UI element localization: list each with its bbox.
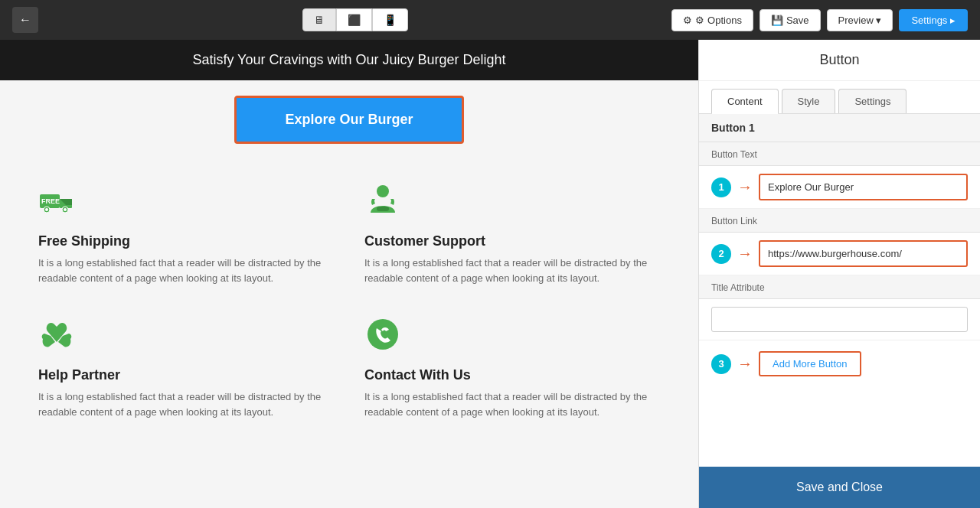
section-header-label: Button 1: [711, 122, 755, 134]
tab-settings[interactable]: Settings: [838, 89, 906, 113]
button-text-input[interactable]: [759, 174, 968, 200]
title-attr-group: [699, 299, 980, 340]
annotation-1-arrow: →: [737, 178, 753, 196]
svg-point-7: [64, 208, 67, 211]
explore-burger-button[interactable]: Explore Our Burger: [234, 96, 464, 144]
free-shipping-title: Free Shipping: [38, 233, 334, 249]
free-shipping-desc: It is a long established fact that a rea…: [38, 256, 334, 285]
help-partner-desc: It is a long established fact that a rea…: [38, 389, 334, 419]
button-link-group: 2 →: [699, 233, 980, 275]
add-more-row: 3 → Add More Button: [699, 340, 980, 387]
tab-style[interactable]: Style: [782, 89, 836, 113]
tab-content[interactable]: Content: [711, 89, 779, 114]
tab-style-label: Style: [798, 96, 820, 107]
customer-support-title: Customer Support: [364, 233, 660, 249]
settings-label: Settings ▸: [911, 15, 956, 26]
settings-button[interactable]: Settings ▸: [899, 9, 968, 31]
section-button1: Button 1: [699, 114, 980, 142]
save-close-button[interactable]: Save and Close: [699, 467, 980, 508]
preview-label: Preview ▾: [838, 15, 882, 26]
annotation-2: 2: [711, 244, 731, 264]
toolbar-right: ⚙ ⚙ Options 💾 Save Preview ▾ Settings ▸: [671, 9, 968, 31]
panel-body: Button 1 Button Text 1 → Button Link 2 →: [699, 114, 980, 467]
canvas-area: Satisfy Your Cravings with Our Juicy Bur…: [0, 40, 698, 508]
explore-section: Explore Our Burger: [0, 80, 698, 159]
tablet-device-button[interactable]: ⬛: [336, 8, 372, 31]
right-panel: Button Content Style Settings Button 1 B…: [698, 40, 980, 508]
save-icon: 💾: [771, 15, 783, 26]
add-more-label: Add More Button: [773, 358, 848, 370]
contact-title: Contact With Us: [364, 367, 660, 383]
options-button[interactable]: ⚙ ⚙ Options: [671, 9, 753, 31]
toolbar: ← 🖥 ⬛ 📱 ⚙ ⚙ Options 💾 Save Preview ▾ Set…: [0, 0, 980, 40]
contact-icon: [364, 316, 660, 360]
gear-icon: ⚙: [683, 15, 692, 26]
save-label: Save: [786, 15, 809, 26]
banner-text: Satisfy Your Cravings with Our Juicy Bur…: [192, 52, 505, 67]
svg-point-6: [45, 208, 48, 211]
banner: Satisfy Your Cravings with Our Juicy Bur…: [0, 40, 698, 80]
button-text-label: Button Text: [711, 149, 757, 160]
panel-tabs: Content Style Settings: [699, 81, 980, 114]
annotation-2-arrow: →: [737, 245, 753, 262]
explore-btn-label: Explore Our Burger: [285, 112, 413, 127]
contact-desc: It is a long established fact that a rea…: [364, 389, 660, 419]
svg-point-8: [377, 185, 389, 197]
panel-title: Button: [699, 40, 980, 81]
annotation-3: 3: [711, 354, 731, 374]
main-content: Satisfy Your Cravings with Our Juicy Bur…: [0, 40, 980, 508]
annotation-1: 1: [711, 177, 731, 197]
button-text-group: 1 →: [699, 166, 980, 209]
customer-support-desc: It is a long established fact that a rea…: [364, 256, 660, 285]
feature-contact: Contact With Us It is a long established…: [349, 301, 675, 435]
button-link-label: Button Link: [711, 216, 757, 226]
title-attr-input[interactable]: [711, 307, 968, 332]
tab-content-label: Content: [727, 96, 763, 107]
options-label: ⚙ Options: [695, 15, 741, 26]
features-grid: FREE Free Shipping It is a long establis…: [0, 159, 698, 442]
desktop-device-button[interactable]: 🖥: [302, 8, 336, 31]
feature-free-shipping: FREE Free Shipping It is a long establis…: [23, 167, 349, 301]
svg-rect-9: [377, 207, 389, 211]
svg-text:FREE: FREE: [41, 197, 60, 205]
mobile-device-button[interactable]: 📱: [372, 8, 408, 31]
back-icon: ←: [19, 13, 31, 27]
annotation-3-arrow: →: [737, 355, 753, 373]
device-switcher: 🖥 ⬛ 📱: [302, 8, 408, 31]
back-button[interactable]: ←: [12, 7, 38, 33]
save-button[interactable]: 💾 Save: [760, 9, 821, 31]
toolbar-left: ←: [12, 7, 38, 33]
title-attr-label: Title Attribute: [711, 282, 765, 293]
help-partner-title: Help Partner: [38, 367, 334, 383]
feature-customer-support: Customer Support It is a long establishe…: [349, 167, 675, 301]
svg-point-10: [368, 319, 398, 350]
save-close-label: Save and Close: [796, 480, 883, 493]
help-partner-icon: [38, 316, 334, 360]
free-shipping-icon: FREE: [38, 182, 334, 226]
add-more-button[interactable]: Add More Button: [759, 351, 861, 376]
feature-help-partner: Help Partner It is a long established fa…: [23, 301, 349, 435]
button-link-input[interactable]: [759, 240, 968, 267]
customer-support-icon: [364, 182, 660, 226]
preview-button[interactable]: Preview ▾: [827, 9, 893, 31]
tab-settings-label: Settings: [854, 96, 890, 107]
